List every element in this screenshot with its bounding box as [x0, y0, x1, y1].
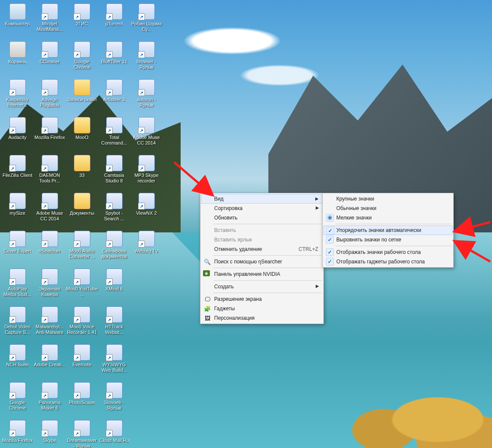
- desktop-icon[interactable]: Total Command...: [98, 115, 130, 153]
- desktop-icon[interactable]: Cloud Mail.Ru: [98, 418, 130, 448]
- desktop-icon[interactable]: mySize: [1, 191, 34, 229]
- icon-label: Adobe Muse CC 2014: [131, 135, 163, 146]
- icon-label: Google Chrome: [66, 59, 98, 70]
- menu-resolution[interactable]: 🖵 Разрешение экрана: [201, 294, 323, 304]
- desktop-icon[interactable]: Skype: [34, 418, 66, 448]
- check-icon: ✓: [326, 227, 334, 235]
- desktop-icon[interactable]: Artisteer 3: [98, 77, 130, 115]
- desktop-icon[interactable]: Evernote: [66, 342, 98, 380]
- desktop-icon[interactable]: Moo0 YouTube ...: [66, 266, 98, 304]
- icon-label: Корзина: [9, 59, 27, 65]
- desktop-icon[interactable]: Компьютер: [1, 1, 34, 39]
- submenu-medium-icons[interactable]: Обычные значки: [323, 204, 452, 213]
- icon-label: Mozilla Firefox: [34, 135, 65, 140]
- app-icon: [106, 117, 123, 134]
- desktop-icon[interactable]: µTorrent: [98, 1, 130, 39]
- desktop-icon[interactable]: Экранная Камера: [34, 266, 66, 304]
- desktop[interactable]: КомпьютерMindjet MindMana...2ГИСµTorrent…: [0, 0, 492, 448]
- icon-label: MP3 Skype recorder: [131, 173, 163, 184]
- icon-label: Spybot - Search ...: [98, 210, 130, 222]
- menu-nsearch[interactable]: 🔍 Поиск с помощью ηSearcher: [201, 257, 323, 266]
- desktop-icon[interactable]: Cover Expert: [1, 229, 34, 266]
- desktop-icon[interactable]: NCH Suite: [1, 342, 34, 380]
- desktop-icon[interactable]: Mozilla Firefox: [34, 115, 66, 153]
- desktop-icon[interactable]: PhotoScape: [66, 380, 98, 418]
- desktop-icon[interactable]: Робин Шарма Су...: [130, 1, 163, 39]
- menu-gadgets[interactable]: 🧩 Гаджеты: [201, 304, 323, 313]
- icon-label: Moo0 YouTube ...: [66, 286, 98, 297]
- app-icon: [74, 230, 91, 247]
- desktop-icon[interactable]: Moo0 Voice Recorder 1.41: [66, 304, 98, 342]
- submenu-show-icons[interactable]: ✓ Отображать значки рабочего стола: [323, 247, 452, 257]
- desktop-icon[interactable]: WYSIWYG Web Build...: [98, 342, 130, 380]
- menu-separator: [213, 293, 322, 293]
- icon-label: Mozilla Firefox: [2, 438, 33, 443]
- desktop-icon[interactable]: Spybot - Search ...: [98, 191, 130, 229]
- desktop-icon[interactable]: Panorama Maker 6: [34, 380, 66, 418]
- desktop-icon[interactable]: Adobe Muse CC 2014: [34, 191, 66, 229]
- desktop-icon[interactable]: Google Chrome: [66, 39, 98, 77]
- desktop-icon[interactable]: Сканирова документов: [98, 229, 130, 266]
- desktop-icon[interactable]: Moo0 Audio Converter ...: [66, 229, 98, 266]
- desktop-icon[interactable]: ViewNX 2: [130, 191, 163, 229]
- desktop-icon[interactable]: Mindjet MindMana...: [34, 1, 66, 39]
- menu-sort[interactable]: Сортировка ▶: [201, 204, 323, 213]
- icon-label: FileZilla Client: [3, 173, 32, 178]
- icon-label: Weburg TV: [135, 248, 158, 254]
- desktop-icon[interactable]: Документы: [66, 191, 98, 229]
- submenu-large-icons[interactable]: Крупные значки: [323, 194, 452, 204]
- desktop-icon[interactable]: MooO: [66, 115, 98, 153]
- menu-nvidia[interactable]: ◉ Панель управления NVIDIA: [201, 269, 323, 279]
- desktop-icon[interactable]: Google Chrome: [1, 380, 34, 418]
- nvidia-icon: ◉: [203, 270, 210, 276]
- desktop-icon[interactable]: Adobe Muse CC 2014: [130, 115, 163, 153]
- folder-icon: [74, 192, 91, 210]
- desktop-icon[interactable]: Weburg TV: [130, 229, 163, 266]
- desktop-icon[interactable]: Debut Video Capture S...: [1, 304, 34, 342]
- desktop-icon[interactable]: Adobe Creati...: [34, 342, 66, 380]
- desktop-icon[interactable]: nSearcher: [34, 229, 66, 266]
- desktop-icon[interactable]: DAEMON Tools Pr...: [34, 153, 66, 191]
- menu-create[interactable]: Создать ▶: [201, 282, 323, 291]
- desktop-icon[interactable]: browser - Ярлык: [130, 39, 163, 77]
- desktop-icon[interactable]: MP3 Skype recorder: [130, 153, 163, 191]
- desktop-icon[interactable]: Malwarebyt... Anti-Malware: [34, 304, 66, 342]
- menu-undo-delete[interactable]: Отменить удаление CTRL+Z: [201, 244, 323, 254]
- submenu-small-icons[interactable]: Мелкие значки: [323, 213, 452, 222]
- desktop-icon[interactable]: 2ГИС: [66, 1, 98, 39]
- icon-label: BluffTitler 11: [101, 59, 127, 65]
- app-icon: [138, 192, 155, 210]
- desktop-icon[interactable]: Корзина: [1, 39, 34, 77]
- desktop-icon[interactable]: Advego Plagiatus: [34, 77, 66, 115]
- desktop-icon[interactable]: autorun - Ярлык: [130, 77, 163, 115]
- app-icon: [9, 306, 26, 323]
- folder-icon: [74, 79, 91, 96]
- submenu-align-grid[interactable]: ✓ Выровнять значки по сетке: [323, 235, 452, 244]
- desktop-icon[interactable]: Записи скайп: [66, 77, 98, 115]
- desktop-icon[interactable]: FileZilla Client: [1, 153, 34, 191]
- app-icon: [9, 230, 26, 247]
- submenu-auto-arrange[interactable]: ✓ Упорядочить значки автоматически: [323, 226, 452, 235]
- app-icon: [41, 344, 58, 361]
- menu-refresh[interactable]: Обновить: [201, 213, 323, 222]
- desktop-icon[interactable]: Kaspersky Internet...: [1, 77, 34, 115]
- desktop-icon[interactable]: Slovoeb - Ярлык: [98, 380, 130, 418]
- desktop-icon[interactable]: HTTrack Websit...: [98, 304, 130, 342]
- desktop-icon[interactable]: AutoPlay Media Stud...: [1, 266, 34, 304]
- recycle-bin-icon: [9, 41, 26, 58]
- menu-view[interactable]: Вид ▶: [201, 194, 323, 204]
- desktop-icon[interactable]: Audacity: [1, 115, 34, 153]
- menu-personalize[interactable]: 🖼 Персонализация: [201, 313, 323, 323]
- desktop-icon[interactable]: 33: [66, 153, 98, 191]
- submenu-show-gadgets[interactable]: ✓ Отображать гаджеты рабочего стола: [323, 257, 452, 266]
- menu-separator: [335, 224, 452, 224]
- desktop-icon[interactable]: Dreamweaver - Ярлык: [66, 418, 98, 448]
- desktop-icon[interactable]: BluffTitler 11: [98, 39, 130, 77]
- desktop-icon[interactable]: Camtasia Studio 8: [98, 153, 130, 191]
- app-icon: [138, 154, 155, 172]
- desktop-icon[interactable]: Mozilla Firefox: [1, 418, 34, 448]
- desktop-icon[interactable]: XMind 6: [98, 266, 130, 304]
- icon-label: Kaspersky Internet...: [2, 97, 34, 108]
- icon-label: mySize: [9, 210, 25, 216]
- desktop-icon[interactable]: CCleaner: [34, 39, 66, 77]
